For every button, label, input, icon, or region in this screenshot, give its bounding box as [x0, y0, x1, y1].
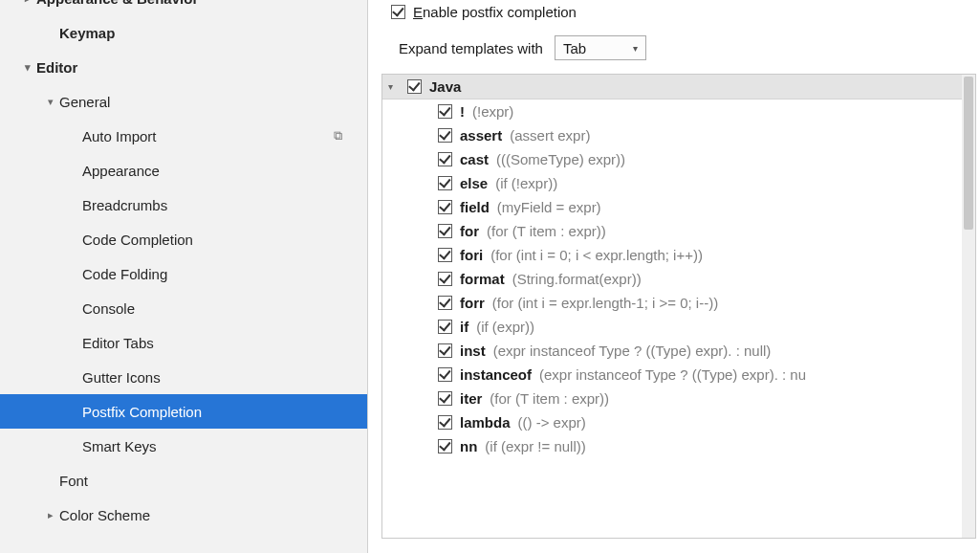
chevron-down-icon: ▾: [633, 43, 638, 54]
template-row[interactable]: if(if (expr)): [382, 315, 975, 339]
expand-templates-row: Expand templates with Tab ▾: [381, 35, 980, 60]
sidebar-item-code-completion[interactable]: Code Completion: [0, 222, 367, 256]
sidebar-item-label: Appearance & Behavior: [36, 0, 198, 7]
sidebar-item-label: Auto Import: [82, 128, 157, 144]
vertical-scrollbar[interactable]: [962, 75, 975, 538]
chevron-down-icon: ▾: [42, 96, 59, 108]
settings-tree: ▸Appearance & BehaviorKeymap▾Editor▾Gene…: [0, 0, 367, 532]
expand-templates-select[interactable]: Tab ▾: [555, 35, 646, 60]
sidebar-item-smart-keys[interactable]: Smart Keys: [0, 429, 367, 463]
sidebar-item-label: Console: [82, 300, 135, 317]
template-key: lambda: [460, 414, 511, 431]
sidebar-item-postfix-completion[interactable]: Postfix Completion: [0, 394, 367, 429]
sidebar-item-label: Gutter Icons: [82, 369, 161, 386]
sidebar-item-general[interactable]: ▾General: [0, 84, 367, 119]
sidebar-item-auto-import[interactable]: Auto Import⧉: [0, 119, 367, 153]
sidebar-item-label: Editor Tabs: [82, 335, 154, 351]
template-description: (if (expr != null)): [485, 438, 585, 454]
enable-postfix-label: Enable postfix completion: [413, 4, 577, 20]
template-checkbox[interactable]: [438, 248, 452, 262]
enable-postfix-rest: nable postfix completion: [423, 4, 577, 20]
template-checkbox[interactable]: [438, 176, 452, 190]
template-row[interactable]: assert(assert expr): [382, 123, 975, 147]
scrollbar-thumb[interactable]: [964, 77, 973, 230]
sidebar-item-appearance[interactable]: Appearance: [0, 153, 367, 188]
template-description: (for (T item : expr)): [487, 223, 606, 239]
template-description: (!expr): [472, 103, 513, 120]
group-checkbox[interactable]: [407, 79, 422, 94]
template-checkbox[interactable]: [438, 439, 452, 453]
template-description: (for (int i = 0; i < expr.length; i++)): [490, 247, 703, 263]
template-description: (if (expr)): [476, 319, 534, 335]
template-checkbox[interactable]: [438, 104, 452, 119]
template-checkbox[interactable]: [438, 296, 452, 310]
sidebar-item-label: Color Scheme: [59, 507, 150, 523]
template-description: (((SomeType) expr)): [496, 151, 625, 167]
template-description: (for (T item : expr)): [490, 390, 609, 407]
template-key: instanceof: [460, 366, 532, 383]
template-row[interactable]: forr(for (int i = expr.length-1; i >= 0;…: [382, 291, 975, 315]
sidebar-item-console[interactable]: Console: [0, 291, 367, 325]
template-checkbox[interactable]: [438, 128, 452, 143]
template-row[interactable]: iter(for (T item : expr)): [382, 387, 975, 410]
template-key: fori: [460, 247, 483, 263]
project-scope-icon: ⧉: [334, 128, 342, 144]
template-row[interactable]: else(if (!expr)): [382, 171, 975, 195]
template-key: if: [460, 319, 468, 335]
sidebar-item-font[interactable]: Font: [0, 463, 367, 498]
template-row[interactable]: nn(if (expr != null)): [382, 434, 975, 458]
enable-postfix-row: Enable postfix completion: [381, 4, 980, 20]
template-row[interactable]: fori(for (int i = 0; i < expr.length; i+…: [382, 243, 975, 267]
template-checkbox[interactable]: [438, 391, 452, 406]
template-row[interactable]: cast(((SomeType) expr)): [382, 147, 975, 171]
template-checkbox[interactable]: [438, 367, 452, 382]
sidebar-item-label: Postfix Completion: [82, 404, 202, 420]
template-row[interactable]: field(myField = expr): [382, 195, 975, 219]
template-row[interactable]: inst(expr instanceof Type ? ((Type) expr…: [382, 339, 975, 363]
template-checkbox[interactable]: [438, 272, 452, 286]
template-checkbox[interactable]: [438, 200, 452, 214]
sidebar-item-label: General: [59, 94, 110, 110]
sidebar-item-label: Smart Keys: [82, 438, 157, 454]
sidebar-item-gutter-icons[interactable]: Gutter Icons: [0, 360, 367, 394]
template-key: nn: [460, 438, 477, 454]
enable-postfix-underline: E: [413, 4, 423, 20]
sidebar-item-label: Font: [59, 473, 88, 489]
template-description: (for (int i = expr.length-1; i >= 0; i--…: [492, 295, 718, 311]
template-row[interactable]: instanceof(expr instanceof Type ? ((Type…: [382, 363, 975, 387]
template-row[interactable]: format(String.format(expr)): [382, 267, 975, 291]
template-description: (if (!expr)): [495, 175, 557, 191]
sidebar-item-label: Keymap: [59, 25, 115, 41]
template-row[interactable]: !(!expr): [382, 100, 975, 123]
template-checkbox[interactable]: [438, 415, 452, 430]
templates-panel: ▾ Java !(!expr)assert(assert expr)cast((…: [381, 74, 976, 539]
template-checkbox[interactable]: [438, 152, 452, 166]
sidebar-item-appearance-behavior[interactable]: ▸Appearance & Behavior: [0, 0, 367, 15]
template-key: !: [460, 103, 465, 120]
template-row[interactable]: for(for (T item : expr)): [382, 219, 975, 243]
sidebar-item-editor-tabs[interactable]: Editor Tabs: [0, 325, 367, 360]
sidebar-item-editor[interactable]: ▾Editor: [0, 50, 367, 84]
template-key: forr: [460, 295, 485, 311]
sidebar-item-keymap[interactable]: Keymap: [0, 15, 367, 50]
template-description: (expr instanceof Type ? ((Type) expr). :…: [539, 366, 806, 383]
app-root: ▸Appearance & BehaviorKeymap▾Editor▾Gene…: [0, 0, 980, 553]
sidebar-item-code-folding[interactable]: Code Folding: [0, 256, 367, 291]
chevron-down-icon: ▾: [19, 61, 36, 74]
expand-templates-label: Expand templates with: [399, 40, 543, 56]
template-key: iter: [460, 390, 482, 407]
sidebar-item-breadcrumbs[interactable]: Breadcrumbs: [0, 188, 367, 222]
template-key: field: [460, 199, 490, 215]
template-key: assert: [460, 127, 502, 144]
template-description: (assert expr): [510, 127, 590, 144]
template-checkbox[interactable]: [438, 320, 452, 334]
enable-postfix-checkbox[interactable]: [391, 5, 405, 19]
template-group-header[interactable]: ▾ Java: [382, 75, 975, 100]
chevron-right-icon: ▸: [42, 509, 59, 521]
sidebar-item-color-scheme[interactable]: ▸Color Scheme: [0, 498, 367, 532]
settings-main-panel: Enable postfix completion Expand templat…: [368, 0, 980, 553]
sidebar-item-label: Breadcrumbs: [82, 197, 167, 213]
template-checkbox[interactable]: [438, 224, 452, 238]
template-row[interactable]: lambda(() -> expr): [382, 410, 975, 434]
template-checkbox[interactable]: [438, 343, 452, 358]
